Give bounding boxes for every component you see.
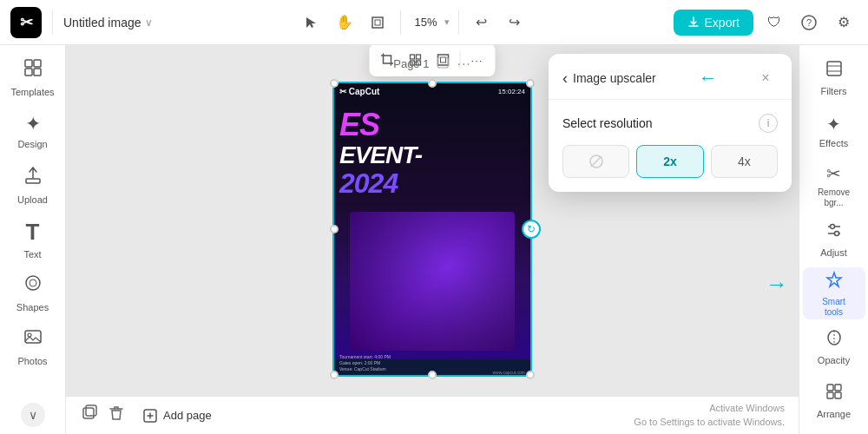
filters-icon [825, 59, 844, 82]
panel-item-effects[interactable]: ✦ Effects [803, 106, 865, 158]
design-icon: ✦ [25, 113, 41, 135]
resolution-options: 2x 4x [562, 145, 778, 178]
duplicate-page-button[interactable] [80, 404, 97, 426]
svg-line-36 [591, 156, 602, 167]
undo-button[interactable]: ↩ [468, 9, 496, 36]
poster-header: ✂ CapCut 15:02:24 [332, 82, 532, 102]
sidebar-item-shapes[interactable]: Shapes [3, 267, 62, 318]
frame-tool-button[interactable] [364, 9, 391, 36]
top-toolbar: ✂ Untitled image ∨ ✋ 15% ▾ ↩ ↪ Export 🛡 … [0, 0, 868, 45]
filters-label: Filters [821, 86, 847, 97]
sidebar-bottom: ∨ [21, 403, 45, 427]
sidebar-collapse-button[interactable]: ∨ [21, 403, 45, 427]
panel-item-adjust[interactable]: Adjust [803, 214, 865, 266]
upload-icon [23, 165, 43, 191]
panel-item-smart-tools[interactable]: Smarttools [803, 267, 865, 319]
poster-2024: 2024 [339, 168, 422, 199]
resolution-info-icon[interactable]: i [759, 114, 778, 133]
delete-page-button[interactable] [108, 404, 125, 426]
svg-point-10 [26, 276, 40, 290]
sidebar-item-upload[interactable]: Upload [3, 160, 62, 210]
smart-tools-arrow-indicator: → [766, 271, 788, 298]
page-icon[interactable] [436, 56, 450, 72]
svg-point-30 [834, 231, 838, 235]
panel-item-remove-bg[interactable]: ✂ Removebgr... [803, 160, 865, 212]
svg-rect-6 [34, 60, 41, 67]
upload-label: Upload [17, 194, 48, 205]
add-page-label: Add page [163, 409, 212, 422]
upscaler-back-button[interactable]: ‹ Image upscaler [562, 69, 656, 88]
templates-label: Templates [10, 87, 54, 97]
document-title-area[interactable]: Untitled image ∨ [63, 16, 153, 30]
app-logo: ✂ [10, 7, 42, 38]
text-label: Text [23, 249, 41, 260]
shapes-icon [23, 273, 43, 299]
settings-button[interactable]: ⚙ [830, 9, 858, 36]
adjust-label: Adjust [820, 247, 847, 259]
upscaler-section-row: Select resolution i [562, 114, 778, 133]
poster-event: EVENT- [339, 142, 422, 169]
upscaler-title: Image upscaler [573, 71, 656, 85]
arrange-icon [825, 382, 844, 405]
effects-icon: ✦ [826, 114, 841, 135]
svg-rect-31 [827, 385, 833, 391]
resolution-2x-button[interactable]: 2x [636, 145, 703, 178]
toolbar-right-controls: Export 🛡 ? ⚙ [674, 9, 858, 36]
remove-bg-icon: ✂ [826, 163, 841, 184]
sidebar-item-design[interactable]: ✦ Design [3, 106, 62, 156]
windows-watermark: Activate Windows Go to Settings to activ… [634, 402, 785, 429]
upscaler-arrow-icon: ← [699, 67, 718, 89]
svg-rect-8 [34, 69, 41, 76]
text-icon: T [26, 219, 40, 246]
zoom-value[interactable]: 15% [410, 12, 443, 32]
effects-label: Effects [819, 138, 848, 149]
panel-item-opacity[interactable]: Opacity [803, 321, 865, 373]
remove-bg-label: Removebgr... [818, 187, 850, 208]
svg-text:?: ? [806, 17, 812, 28]
svg-rect-33 [827, 392, 833, 398]
templates-icon [23, 57, 43, 83]
upscaler-body: Select resolution i 2x 4x [549, 100, 792, 192]
svg-rect-9 [26, 179, 40, 183]
redo-button[interactable]: ↪ [501, 9, 529, 36]
resolution-4x-button[interactable]: 4x [711, 145, 778, 178]
svg-rect-7 [25, 69, 32, 76]
adjust-icon [825, 220, 844, 244]
zoom-chevron-icon[interactable]: ▾ [444, 16, 450, 28]
smart-tools-label: Smarttools [822, 297, 845, 318]
page-label: Page 1 [393, 57, 429, 70]
upscaler-close-button[interactable]: × [753, 66, 778, 90]
svg-marker-0 [306, 17, 316, 28]
svg-rect-14 [437, 57, 448, 68]
add-page-button[interactable]: Add page [135, 404, 219, 427]
poster-title: ES EVENT- 2024 [339, 108, 422, 200]
sidebar-item-templates[interactable]: Templates [3, 52, 62, 102]
sidebar-item-photos[interactable]: Photos [3, 321, 62, 372]
design-label: Design [17, 139, 47, 149]
shield-icon-button[interactable]: 🛡 [760, 9, 788, 36]
smart-tools-icon [825, 270, 844, 293]
toolbar-center-controls: ✋ 15% ▾ ↩ ↪ [160, 9, 667, 36]
help-button[interactable]: ? [795, 9, 823, 36]
panel-item-arrange[interactable]: Arrange [803, 375, 865, 427]
panel-item-filters[interactable]: Filters [803, 52, 865, 104]
opacity-label: Opacity [818, 355, 850, 366]
poster-silhouette [350, 212, 515, 351]
svg-rect-1 [372, 17, 383, 28]
left-sidebar: Templates ✦ Design Upload T Text Shapes [0, 45, 66, 434]
svg-rect-22 [86, 405, 96, 416]
photos-icon [23, 326, 43, 352]
svg-rect-2 [375, 20, 380, 25]
poster-website: www.capcut.com [492, 370, 525, 375]
canvas-image-container[interactable]: ··· ✂ CapCut 15:02:24 ES EVENT- 2024 [332, 82, 532, 377]
sidebar-item-text[interactable]: T Text [3, 214, 62, 264]
export-button[interactable]: Export [674, 10, 753, 36]
resolution-disabled-button[interactable] [562, 145, 629, 178]
select-tool-button[interactable] [298, 9, 326, 36]
title-chevron-icon: ∨ [145, 16, 153, 29]
canvas-more-icon[interactable]: ··· [457, 56, 470, 72]
hand-tool-button[interactable]: ✋ [331, 9, 358, 36]
image-upscaler-popup: ‹ Image upscaler ← × Select resolution i… [549, 54, 792, 192]
svg-rect-24 [827, 62, 841, 76]
shapes-label: Shapes [16, 302, 49, 312]
